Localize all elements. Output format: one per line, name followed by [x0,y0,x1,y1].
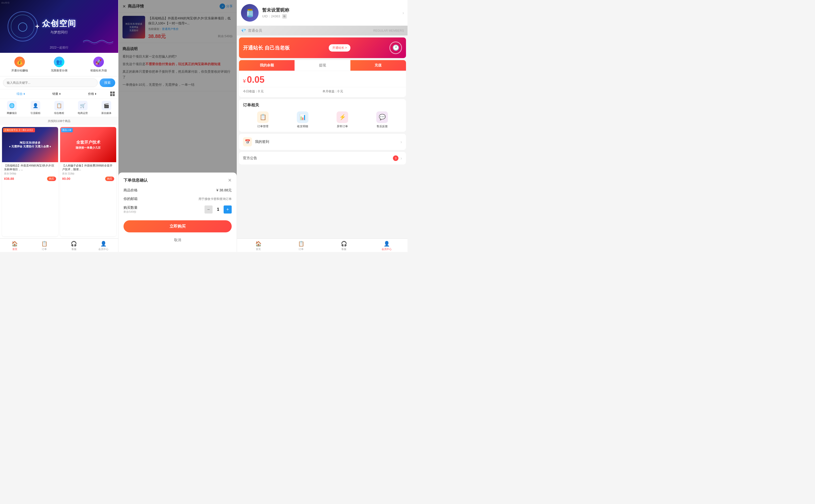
boss-banner[interactable]: 开通站长 自己当老板 开通站长 > 🕐 [239,37,406,58]
cat-yinliu[interactable]: 👤 引流吸粉 [24,101,47,115]
order-manage-label: 订单管理 [257,124,268,128]
action-share-label: 无限裂变分佣 [51,69,67,72]
modal-email-row: 你的邮箱 [124,197,232,201]
cat-media[interactable]: 🎬 新自媒体 [95,101,118,115]
search-input[interactable] [3,78,98,87]
action-earn-label: 开通分站赚钱 [11,69,28,72]
open-station-button[interactable]: 开通站长 > [329,44,350,52]
product-card-2[interactable]: 新品上架 全套开户技术随便接一单最少几百 【人肉骗子必备】外面收费2888的全套… [60,127,116,236]
cat-wangzhuan[interactable]: 🌐 网赚项目 [0,101,24,115]
bottom-nav: 🏠 首页 📋 订单 🎧 客服 👤 会员中心 [0,238,118,252]
action-earn[interactable]: 💰 开通分站赚钱 [0,57,39,72]
product-buy-btn-2[interactable]: 购买 [105,177,114,181]
after-sale[interactable]: 💬 售后反馈 [362,111,402,128]
modal-price-value: ¥ 38.88元 [216,188,232,193]
copy-uid-button[interactable]: ⧉ [282,14,287,19]
rnav-home[interactable]: 🏠 首页 [237,241,280,251]
cat-dianshang-label: 电商运营 [78,111,88,115]
nav-service-icon: 🎧 [71,241,77,247]
filter-sales[interactable]: 销量 ⬆ [39,91,74,97]
modal-price-label: 商品价格 [124,188,138,193]
nav-home[interactable]: 🏠 首页 [0,241,30,251]
right-panel: 🫙 暂未设置昵称 UID：24363 ⧉ › 💎 普通会员 REGULAR ME… [237,0,407,252]
grid-view-toggle[interactable] [110,92,115,97]
nav-member[interactable]: 👤 会员中心 [89,241,118,251]
product-price-2: ¥0.00 [62,177,70,181]
action-upgrade[interactable]: 🚀 初级站长升级 [79,57,118,72]
filter-comprehensive[interactable]: 综合 ⬆ [3,91,39,97]
modal-price-row: 商品价格 ¥ 38.88元 [124,188,232,193]
balance-tab[interactable]: 我的余额 [239,60,295,71]
income-detail-icon: 📊 [297,111,308,123]
rnav-member-icon: 👤 [384,241,390,247]
modal-title: 下单信息确认 [124,178,148,183]
nav-service-label: 客服 [71,247,76,251]
product-badge-2: 新品上架 [61,128,73,132]
category-row: 🌐 网赚项目 👤 引流吸粉 📋 综合教程 🛒 电商运营 🎬 新自媒体 [0,99,118,117]
product-stock-1: 库存:549份 [4,172,56,176]
rnav-member[interactable]: 👤 会员中心 [365,241,407,251]
qty-number: 1 [215,207,221,212]
nav-orders-label: 订单 [42,247,47,251]
abnormal-orders-label: 异常订单 [337,124,348,128]
search-button[interactable]: 搜索 [100,78,115,87]
income-detail[interactable]: 📊 收支明细 [283,111,322,128]
nav-service[interactable]: 🎧 客服 [59,241,89,251]
order-modal: 下单信息确认 ✕ 商品价格 ¥ 38.88元 你的邮箱 购买数量 剩余549份 … [118,173,237,252]
today-earnings: 今日收益：0 元 [243,89,322,94]
product-badge-1: 正规任务平台【一单8-10元】 [3,128,35,132]
order-manage[interactable]: 📋 订单管理 [243,111,283,128]
uid-row: UID：24363 ⧉ [262,14,399,19]
recharge-tab[interactable]: 充值 [350,60,406,71]
rnav-member-label: 会员中心 [382,247,392,251]
product-img-text-1: 淘宝/京东/拼多多♦ 无需押金 无需垫付 无需入会费 ♦ [7,139,53,150]
filter-price[interactable]: 价格 ⬆ [74,91,110,97]
nav-member-icon: 👤 [100,241,107,247]
modal-qty-row: 购买数量 剩余549份 − 1 + [124,205,232,214]
cat-jiaocheng-label: 综合教程 [54,111,64,115]
quick-actions-row: 💰 开通分站赚钱 👥 无限裂变分佣 🚀 初级站长升级 [0,53,118,76]
watermark: dou有你 [1,1,10,5]
profile-arrow-icon[interactable]: › [402,10,404,16]
user-info: 暂未设置昵称 UID：24363 ⧉ [262,7,399,19]
rnav-orders[interactable]: 📋 订单 [280,241,322,251]
modal-email-input[interactable] [194,197,232,201]
banner-circle-inner: ◯ [18,21,28,32]
cat-jiaocheng[interactable]: 📋 综合教程 [47,101,71,115]
withdraw-tab[interactable]: 提现 [295,60,350,71]
product-img-2: 新品上架 全套开户技术随便接一单最少几百 [60,127,116,162]
cancel-button[interactable]: 取消 [124,236,232,244]
balance-section: 我的余额 提现 充值 ¥ 0.05 今日收益：0 元 本月收益：0 元 [239,60,406,97]
modal-close-button[interactable]: ✕ [228,178,232,183]
cat-media-label: 新自媒体 [101,111,111,115]
product-card-1[interactable]: 正规任务平台【一单8-10元】 淘宝/京东/拼多多♦ 无需押金 无需垫付 无需入… [2,127,58,236]
notice-arrow-icon: › [400,156,402,161]
user-profile-card: 🫙 暂未设置昵称 UID：24363 ⧉ › [237,0,407,26]
abnormal-orders[interactable]: ⚡ 异常订单 [322,111,362,128]
nav-orders[interactable]: 📋 订单 [30,241,59,251]
rnav-orders-icon: 📋 [298,241,304,247]
action-share[interactable]: 👥 无限裂变分佣 [39,57,79,72]
buy-now-button[interactable]: 立即购买 [124,220,232,232]
boss-title: 开通站长 自己当老板 [243,45,290,51]
left-panel: dou有你 ◯ + 众创空间 与梦想同行 2022一起前行 💰 开通分站赚钱 👥… [0,0,118,252]
boss-banner-left: 开通站长 自己当老板 [243,45,290,51]
checkin-row[interactable]: 📅 我的签到 › [239,134,406,150]
cat-dianshang[interactable]: 🛒 电商运营 [71,101,95,115]
sort-icon-0: ⬆ [23,93,25,95]
product-price-1: ¥38.88 [4,177,14,181]
product-buy-btn-1[interactable]: 购买 [47,177,56,181]
right-bottom-nav: 🏠 首页 📋 订单 🎧 客服 👤 会员中心 [237,238,407,252]
wave-decoration [83,38,113,45]
rnav-service[interactable]: 🎧 客服 [322,241,365,251]
product-info-2: 【人肉骗子必备】外面收费2888的全套开户技术，随便... 库存:318份 ¥0… [60,162,116,183]
qty-minus-button[interactable]: − [205,205,213,214]
sort-icon-2: ⬆ [95,93,97,95]
cat-wangzhuan-label: 网赚项目 [7,111,17,115]
notice-row[interactable]: 官方公告 3 › [239,152,406,164]
cat-wangzhuan-icon: 🌐 [7,101,17,110]
username: 暂未设置昵称 [262,7,399,13]
rnav-home-icon: 🏠 [255,241,262,247]
member-en-text: REGULAR MEMBERS [373,29,404,32]
qty-plus-button[interactable]: + [224,205,232,214]
